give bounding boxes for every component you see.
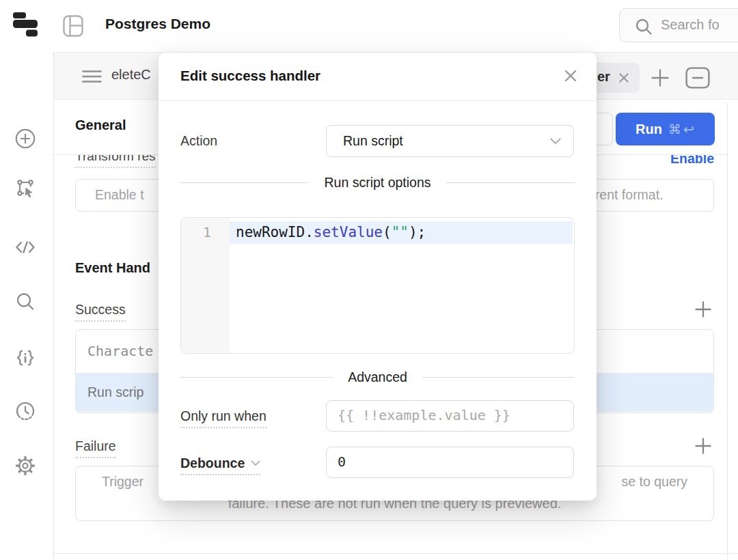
close-modal-icon[interactable] [563,68,578,83]
section-line [180,377,333,378]
search-panel-icon[interactable] [14,290,37,313]
section-title: Advanced [348,369,407,385]
section-title: Run script options [324,175,430,191]
code-icon[interactable] [14,236,37,259]
tab-general[interactable]: General [75,117,126,133]
code-object: newRowID [236,224,305,240]
retool-logo-icon[interactable] [12,12,40,40]
section-divider [54,553,738,554]
add-failure-handler-icon[interactable] [694,437,712,455]
event-handlers-title: Event Hand [75,260,150,276]
debounce-label: Debounce [180,456,245,471]
close-tab-icon[interactable] [617,71,631,85]
transform-placeholder-start: Enable t [95,180,144,210]
query-menu-icon[interactable] [82,70,102,83]
app-window: Postgres Demo Search fo [0,0,738,560]
state-icon[interactable] [14,346,37,369]
add-component-icon[interactable] [14,127,37,150]
history-icon[interactable] [14,400,37,423]
search-icon [635,18,653,36]
add-success-handler-icon[interactable] [694,300,712,318]
section-line [422,377,575,378]
query-tab-name-fragment[interactable]: eleteC [111,67,151,83]
cmd-key-icon: ⌘ [668,122,682,137]
chevron-down-icon [251,460,260,466]
top-bar: Postgres Demo Search fo [0,0,738,53]
transform-placeholder-end: erent format. [588,180,664,210]
code-line[interactable]: newRowID.setValue(""); [236,221,426,244]
settings-gear-icon[interactable] [14,454,37,477]
debounce-input[interactable]: 0 [326,447,574,478]
only-run-when-input[interactable]: {{ !!example.value }} [326,400,574,432]
advanced-section: Advanced [180,369,575,385]
return-key-icon: ↩ [683,122,695,137]
action-label: Action [180,133,217,149]
code-paren: ( [383,224,392,240]
section-line [446,182,575,184]
run-button[interactable]: Run ⌘ ↩ [616,113,715,145]
modal-title: Edit success handler [180,68,320,84]
failure-hint-fragment-end: se to query [622,474,687,490]
code-string: "" [392,224,409,240]
search-input[interactable]: Search fo [619,8,738,42]
collapse-panel-icon[interactable] [685,67,710,89]
left-toolbar [0,52,54,560]
code-dot: . [305,224,314,240]
only-run-when-placeholder: {{ !!example.value }} [338,401,510,430]
script-code-editor[interactable]: 1 newRowID.setValue(""); [180,217,575,354]
run-button-label: Run [636,122,662,137]
panel-layout-icon[interactable] [63,15,83,37]
active-tab-label-fragment: er [597,69,610,85]
action-select[interactable]: Run script [326,125,574,157]
select-components-icon[interactable] [14,177,37,200]
code-paren-close: ); [409,224,426,240]
only-run-when-label: Only run when [180,408,266,428]
new-query-icon[interactable] [651,68,670,87]
page-title: Postgres Demo [105,16,210,32]
search-placeholder: Search fo [661,9,720,41]
edit-success-handler-modal: Edit success handler Action Run script R… [159,53,597,501]
chevron-down-icon [550,138,561,145]
debounce-value: 0 [338,447,346,477]
panel-divider [727,102,728,560]
run-script-options-section: Run script options [180,175,575,191]
line-number: 1 [181,221,211,244]
debounce-dropdown[interactable]: Debounce [180,456,260,475]
failure-section-label: Failure [75,438,116,458]
action-select-value: Run script [343,126,403,156]
failure-hint-fragment-start: Trigger [102,474,144,490]
code-method: setValue [314,224,383,240]
section-line [180,182,309,184]
modal-header-divider [159,100,597,101]
success-section-label: Success [75,302,126,322]
